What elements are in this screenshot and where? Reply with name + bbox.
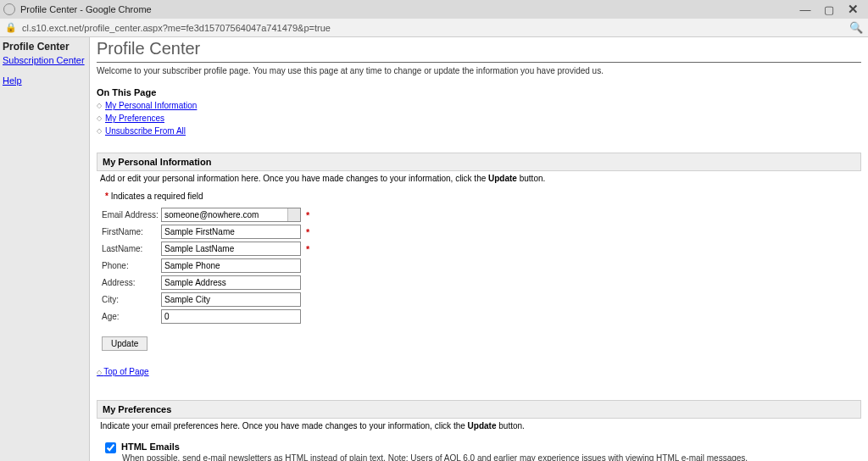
lock-icon: 🔒 (5, 22, 17, 33)
window-titlebar: Profile Center - Google Chrome — ▢ ✕ (0, 0, 868, 19)
personal-info-desc: Add or edit your personal information he… (97, 174, 861, 183)
window-maximize[interactable]: ▢ (817, 3, 841, 16)
main-content: Profile Center Welcome to your subscribe… (90, 37, 868, 461)
page-title: Profile Center (97, 37, 861, 63)
label-email: Email Address: (102, 210, 161, 219)
url-text: cl.s10.exct.net/profile_center.aspx?me=f… (22, 23, 331, 33)
input-firstname[interactable] (161, 225, 301, 239)
nav-unsubscribe[interactable]: Unsubscribe From All (105, 126, 186, 136)
intro-text: Welcome to your subscriber profile page.… (97, 66, 861, 75)
label-address: Address: (102, 278, 161, 287)
label-phone: Phone: (102, 261, 161, 270)
label-firstname: FirstName: (102, 227, 161, 236)
label-lastname: LastName: (102, 244, 161, 253)
browser-icon (3, 3, 15, 15)
on-this-page-block: On This Page My Personal Information My … (97, 87, 861, 137)
sidebar-link-subscription[interactable]: Subscription Center (3, 55, 86, 65)
nav-preferences[interactable]: My Preferences (105, 114, 164, 123)
input-email[interactable] (162, 208, 287, 221)
input-lastname[interactable] (161, 242, 301, 256)
req-email: * (306, 210, 309, 220)
search-icon[interactable]: 🔍 (849, 21, 863, 34)
sidebar: Profile Center Subscription Center Help (0, 37, 90, 461)
personal-info-header: My Personal Information (97, 153, 861, 171)
address-bar[interactable]: 🔒 cl.s10.exct.net/profile_center.aspx?me… (0, 19, 868, 37)
input-address[interactable] (161, 275, 301, 290)
req-lastname: * (306, 244, 309, 254)
prefs-desc: Indicate your email preferences here. On… (97, 421, 861, 430)
required-note: * Indicates a required field (105, 192, 861, 201)
window-close[interactable]: ✕ (841, 2, 865, 17)
label-city: City: (102, 295, 161, 304)
sidebar-heading: Profile Center (3, 41, 86, 53)
window-title: Profile Center - Google Chrome (20, 4, 152, 14)
nav-personal-info[interactable]: My Personal Information (105, 101, 197, 110)
input-city[interactable] (161, 292, 301, 307)
label-age: Age: (102, 312, 161, 321)
checkbox-html-emails[interactable] (105, 442, 116, 453)
prefs-header: My Preferences (97, 400, 861, 419)
req-firstname: * (306, 227, 309, 237)
update-button[interactable]: Update (102, 336, 147, 351)
input-email-picker[interactable] (287, 208, 300, 221)
input-phone[interactable] (161, 258, 301, 273)
top-of-page-link[interactable]: Top of Page (97, 367, 149, 376)
input-age[interactable] (161, 309, 301, 324)
window-minimize[interactable]: — (793, 3, 817, 16)
pref-html-emails: HTML Emails When possible, send e-mail n… (97, 439, 861, 461)
sidebar-link-help[interactable]: Help (3, 75, 86, 86)
on-this-page-label: On This Page (97, 87, 156, 97)
